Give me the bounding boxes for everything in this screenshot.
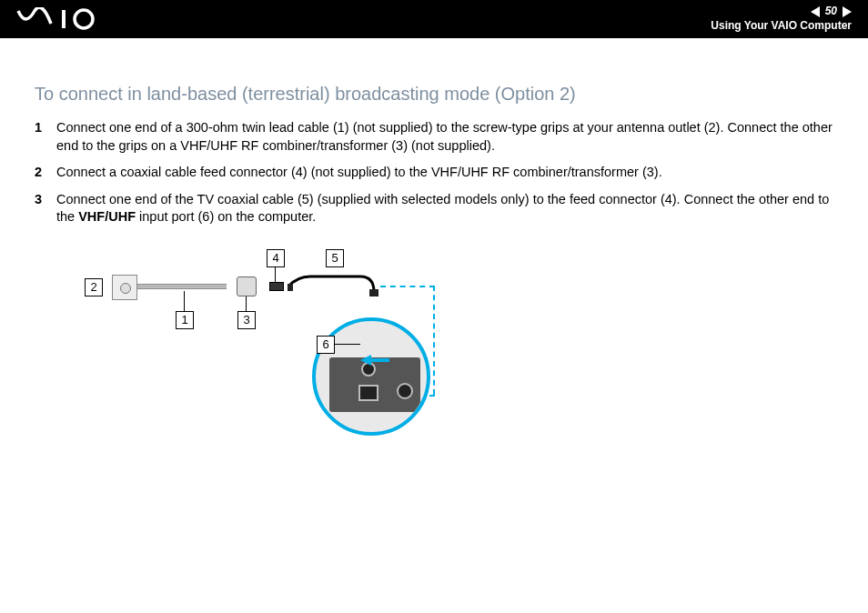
connection-diagram: 2 1 3 4 5	[62, 249, 453, 440]
leader-line	[335, 344, 360, 345]
connection-arrow-icon	[360, 355, 371, 366]
step-text: Connect one end of the TV coaxial cable …	[56, 191, 833, 226]
callout-1: 1	[176, 311, 194, 329]
leader-line	[184, 291, 185, 311]
step-item: 1 Connect one end of a 300-ohm twin lead…	[35, 119, 833, 155]
header-right: 50 Using Your VAIO Computer	[711, 5, 852, 33]
step-number: 2	[35, 164, 56, 182]
page-number: 50	[825, 5, 837, 19]
callout-3: 3	[237, 311, 256, 329]
leader-line	[246, 296, 247, 311]
prev-page-icon[interactable]	[811, 6, 820, 17]
combiner-transformer-icon	[237, 276, 257, 296]
step-item: 3 Connect one end of the TV coaxial cabl…	[35, 191, 833, 226]
connection-arrow-shaft	[371, 358, 389, 362]
computer-port-panel-icon	[329, 357, 420, 412]
callout-5: 5	[326, 249, 344, 267]
page-nav: 50	[711, 5, 852, 19]
dashed-cable-line	[380, 286, 435, 287]
page-content: To connect in land-based (terrestrial) b…	[0, 38, 868, 440]
section-title: Using Your VAIO Computer	[711, 19, 852, 34]
step-text: Connect one end of a 300-ohm twin lead c…	[56, 119, 833, 155]
vaio-logo	[16, 7, 116, 31]
next-page-icon[interactable]	[843, 6, 852, 17]
step-text: Connect a coaxial cable feed connector (…	[56, 164, 662, 182]
svg-rect-3	[369, 289, 378, 296]
step-number: 3	[35, 191, 56, 226]
antenna-outlet-icon	[112, 275, 137, 300]
feed-connector-icon	[269, 282, 284, 291]
step-list: 1 Connect one end of a 300-ohm twin lead…	[35, 119, 833, 226]
step-number: 1	[35, 119, 56, 155]
callout-4: 4	[267, 249, 285, 267]
svg-point-1	[75, 10, 93, 28]
callout-6: 6	[317, 336, 335, 354]
callout-2: 2	[85, 278, 103, 296]
instruction-heading: To connect in land-based (terrestrial) b…	[35, 84, 833, 105]
svg-rect-2	[288, 284, 293, 291]
svg-rect-0	[62, 10, 66, 28]
leader-line	[275, 267, 276, 282]
header-bar: 50 Using Your VAIO Computer	[0, 0, 868, 38]
step-item: 2 Connect a coaxial cable feed connector…	[35, 164, 833, 182]
ethernet-port-icon	[358, 385, 378, 401]
av-port-icon	[397, 383, 413, 399]
twin-lead-cable-icon	[137, 284, 227, 289]
dashed-cable-line	[433, 286, 435, 395]
